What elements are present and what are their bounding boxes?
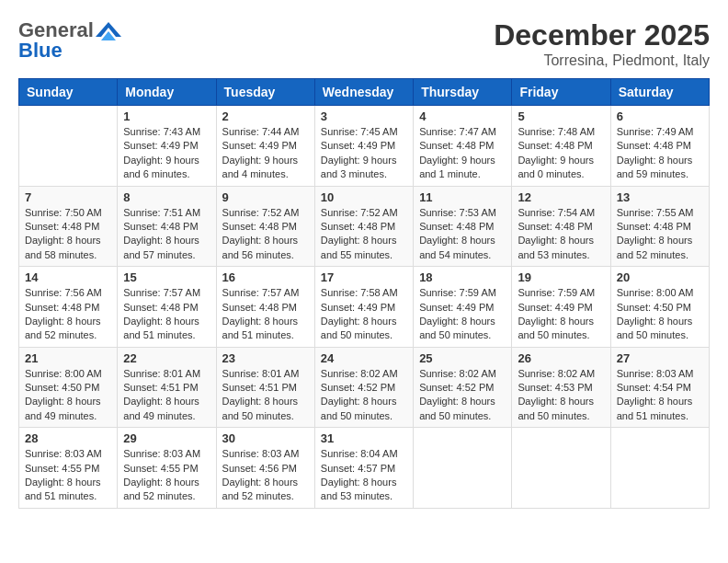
day-cell: 6Sunrise: 7:49 AMSunset: 4:48 PMDaylight… [610,106,709,187]
col-header-wednesday: Wednesday [314,79,413,106]
logo: General Blue [18,18,121,63]
day-cell: 13Sunrise: 7:55 AMSunset: 4:48 PMDayligh… [610,186,709,267]
day-number: 22 [123,351,210,365]
day-info: Sunrise: 7:52 AMSunset: 4:48 PMDaylight:… [222,206,309,263]
page-header: General Blue December 2025 Torresina, Pi… [18,18,710,69]
day-number: 20 [617,270,703,284]
day-info: Sunrise: 8:00 AMSunset: 4:50 PMDaylight:… [617,286,703,343]
location-subtitle: Torresina, Piedmont, Italy [494,52,710,69]
day-cell: 4Sunrise: 7:47 AMSunset: 4:48 PMDaylight… [414,106,512,187]
day-info: Sunrise: 7:43 AMSunset: 4:49 PMDaylight:… [123,125,210,182]
day-info: Sunrise: 8:00 AMSunset: 4:50 PMDaylight:… [25,367,111,424]
day-cell: 15Sunrise: 7:57 AMSunset: 4:48 PMDayligh… [118,267,216,348]
day-number: 29 [123,431,210,445]
day-cell: 5Sunrise: 7:48 AMSunset: 4:48 PMDaylight… [512,106,610,187]
col-header-sunday: Sunday [19,79,118,106]
day-cell [414,428,512,509]
day-number: 14 [25,270,111,284]
day-info: Sunrise: 7:50 AMSunset: 4:48 PMDaylight:… [25,206,111,263]
day-info: Sunrise: 7:48 AMSunset: 4:48 PMDaylight:… [518,125,604,182]
day-cell: 3Sunrise: 7:45 AMSunset: 4:49 PMDaylight… [314,106,413,187]
day-cell: 28Sunrise: 8:03 AMSunset: 4:55 PMDayligh… [19,428,118,509]
day-number: 21 [25,351,111,365]
day-cell: 8Sunrise: 7:51 AMSunset: 4:48 PMDaylight… [118,186,216,267]
day-cell: 7Sunrise: 7:50 AMSunset: 4:48 PMDaylight… [19,186,118,267]
day-cell: 19Sunrise: 7:59 AMSunset: 4:49 PMDayligh… [512,267,610,348]
day-cell: 12Sunrise: 7:54 AMSunset: 4:48 PMDayligh… [512,186,610,267]
day-number: 13 [617,190,703,204]
day-cell: 24Sunrise: 8:02 AMSunset: 4:52 PMDayligh… [314,347,413,428]
day-info: Sunrise: 8:03 AMSunset: 4:54 PMDaylight:… [617,367,703,424]
week-row-2: 7Sunrise: 7:50 AMSunset: 4:48 PMDaylight… [19,186,710,267]
day-info: Sunrise: 7:52 AMSunset: 4:48 PMDaylight:… [321,206,407,263]
day-cell: 23Sunrise: 8:01 AMSunset: 4:51 PMDayligh… [216,347,314,428]
day-cell [610,428,709,509]
day-info: Sunrise: 8:02 AMSunset: 4:53 PMDaylight:… [518,367,604,424]
day-info: Sunrise: 8:03 AMSunset: 4:56 PMDaylight:… [222,447,309,504]
day-info: Sunrise: 7:49 AMSunset: 4:48 PMDaylight:… [617,125,703,182]
day-number: 12 [518,190,604,204]
calendar-table: SundayMondayTuesdayWednesdayThursdayFrid… [18,78,710,509]
day-number: 8 [123,190,210,204]
day-cell: 1Sunrise: 7:43 AMSunset: 4:49 PMDaylight… [118,106,216,187]
day-number: 23 [222,351,309,365]
day-cell [19,106,118,187]
week-row-4: 21Sunrise: 8:00 AMSunset: 4:50 PMDayligh… [19,347,710,428]
day-number: 25 [419,351,506,365]
day-info: Sunrise: 8:02 AMSunset: 4:52 PMDaylight:… [321,367,407,424]
day-cell: 29Sunrise: 8:03 AMSunset: 4:55 PMDayligh… [118,428,216,509]
day-number: 1 [123,109,210,123]
logo-icon [96,20,121,40]
day-number: 9 [222,190,309,204]
day-number: 17 [321,270,407,284]
day-number: 28 [25,431,111,445]
day-info: Sunrise: 7:44 AMSunset: 4:49 PMDaylight:… [222,125,309,182]
day-number: 10 [321,190,407,204]
day-cell: 27Sunrise: 8:03 AMSunset: 4:54 PMDayligh… [610,347,709,428]
day-cell: 9Sunrise: 7:52 AMSunset: 4:48 PMDaylight… [216,186,314,267]
day-info: Sunrise: 8:01 AMSunset: 4:51 PMDaylight:… [123,367,210,424]
day-number: 3 [321,109,407,123]
day-number: 19 [518,270,604,284]
day-info: Sunrise: 7:53 AMSunset: 4:48 PMDaylight:… [419,206,506,263]
day-number: 27 [617,351,703,365]
day-number: 26 [518,351,604,365]
day-info: Sunrise: 7:59 AMSunset: 4:49 PMDaylight:… [419,286,506,343]
day-info: Sunrise: 7:57 AMSunset: 4:48 PMDaylight:… [123,286,210,343]
day-cell: 10Sunrise: 7:52 AMSunset: 4:48 PMDayligh… [314,186,413,267]
day-cell [512,428,610,509]
day-info: Sunrise: 8:02 AMSunset: 4:52 PMDaylight:… [419,367,506,424]
day-number: 15 [123,270,210,284]
day-number: 16 [222,270,309,284]
day-info: Sunrise: 8:03 AMSunset: 4:55 PMDaylight:… [123,447,210,504]
day-number: 18 [419,270,506,284]
week-row-1: 1Sunrise: 7:43 AMSunset: 4:49 PMDaylight… [19,106,710,187]
day-info: Sunrise: 7:55 AMSunset: 4:48 PMDaylight:… [617,206,703,263]
col-header-thursday: Thursday [414,79,512,106]
col-header-saturday: Saturday [610,79,709,106]
day-info: Sunrise: 7:47 AMSunset: 4:48 PMDaylight:… [419,125,506,182]
day-info: Sunrise: 7:58 AMSunset: 4:49 PMDaylight:… [321,286,407,343]
title-block: December 2025 Torresina, Piedmont, Italy [494,18,710,69]
day-cell: 30Sunrise: 8:03 AMSunset: 4:56 PMDayligh… [216,428,314,509]
day-info: Sunrise: 7:56 AMSunset: 4:48 PMDaylight:… [25,286,111,343]
day-info: Sunrise: 7:54 AMSunset: 4:48 PMDaylight:… [518,206,604,263]
day-info: Sunrise: 7:59 AMSunset: 4:49 PMDaylight:… [518,286,604,343]
day-number: 4 [419,109,506,123]
day-number: 2 [222,109,309,123]
day-info: Sunrise: 8:03 AMSunset: 4:55 PMDaylight:… [25,447,111,504]
day-cell: 21Sunrise: 8:00 AMSunset: 4:50 PMDayligh… [19,347,118,428]
day-number: 31 [321,431,407,445]
month-title: December 2025 [494,18,710,52]
day-cell: 22Sunrise: 8:01 AMSunset: 4:51 PMDayligh… [118,347,216,428]
week-row-5: 28Sunrise: 8:03 AMSunset: 4:55 PMDayligh… [19,428,710,509]
day-number: 11 [419,190,506,204]
day-number: 24 [321,351,407,365]
day-cell: 11Sunrise: 7:53 AMSunset: 4:48 PMDayligh… [414,186,512,267]
day-number: 5 [518,109,604,123]
day-info: Sunrise: 8:01 AMSunset: 4:51 PMDaylight:… [222,367,309,424]
day-cell: 31Sunrise: 8:04 AMSunset: 4:57 PMDayligh… [314,428,413,509]
day-cell: 17Sunrise: 7:58 AMSunset: 4:49 PMDayligh… [314,267,413,348]
day-cell: 26Sunrise: 8:02 AMSunset: 4:53 PMDayligh… [512,347,610,428]
col-header-tuesday: Tuesday [216,79,314,106]
